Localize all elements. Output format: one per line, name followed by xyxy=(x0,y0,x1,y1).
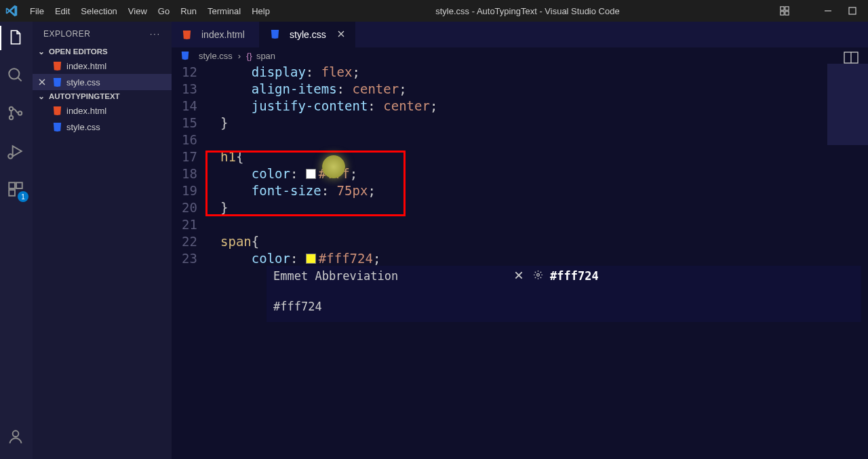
svg-point-11 xyxy=(8,154,13,159)
emmet-abbreviation-overlay: Emmet Abbreviation #fff724 #fff724 xyxy=(267,266,861,322)
menu-terminal[interactable]: Terminal xyxy=(202,6,246,16)
source-control-icon[interactable] xyxy=(7,104,26,123)
menu-edit[interactable]: Edit xyxy=(50,6,75,16)
sidebar-header: EXPLORER ··· xyxy=(33,22,172,45)
open-editor-item[interactable]: index.html xyxy=(33,58,172,74)
css-file-icon xyxy=(269,29,280,40)
code-line[interactable]: span{ xyxy=(220,233,437,250)
svg-rect-12 xyxy=(9,182,15,188)
search-icon[interactable] xyxy=(7,66,26,85)
svg-rect-2 xyxy=(781,12,784,15)
chevron-right-icon: › xyxy=(238,51,241,61)
overlay-result: #fff724 xyxy=(550,268,599,285)
breadcrumb[interactable]: style.css › {} span xyxy=(172,47,868,64)
code-line[interactable]: } xyxy=(220,199,437,216)
menu-go[interactable]: Go xyxy=(153,6,175,16)
split-editor-icon[interactable] xyxy=(844,52,859,64)
svg-rect-13 xyxy=(16,182,22,188)
file-tree-item[interactable]: style.css xyxy=(33,119,172,135)
minimap[interactable] xyxy=(827,64,868,145)
vscode-logo-icon xyxy=(5,5,18,17)
code-line[interactable]: display: flex; xyxy=(220,64,437,81)
svg-rect-1 xyxy=(785,7,789,10)
bracket-icon: {} xyxy=(246,51,252,61)
overlay-title: Emmet Abbreviation xyxy=(273,268,514,285)
menu-run[interactable]: Run xyxy=(175,6,202,16)
gear-icon[interactable] xyxy=(533,268,543,285)
html-file-icon xyxy=(52,105,62,116)
code-line[interactable]: color: #fff; xyxy=(220,165,437,182)
sidebar-title: EXPLORER xyxy=(43,29,90,39)
html-file-icon xyxy=(181,29,192,40)
svg-point-8 xyxy=(9,107,13,111)
menu-file[interactable]: File xyxy=(24,6,50,16)
layout-grid-icon[interactable] xyxy=(780,6,789,16)
explorer-icon[interactable] xyxy=(7,28,26,47)
menu-view[interactable]: View xyxy=(123,6,153,16)
code-line[interactable] xyxy=(220,216,437,233)
svg-line-7 xyxy=(18,77,21,81)
svg-point-9 xyxy=(9,116,13,119)
css-file-icon xyxy=(52,121,62,132)
svg-point-6 xyxy=(9,68,19,79)
extensions-icon[interactable]: 1 xyxy=(7,180,26,199)
chevron-down-icon: ⌄ xyxy=(38,47,47,56)
activity-bar: 1 xyxy=(0,22,33,459)
html-file-icon xyxy=(52,60,62,71)
sidebar-more-icon[interactable]: ··· xyxy=(150,29,161,39)
svg-rect-14 xyxy=(9,190,15,196)
svg-rect-3 xyxy=(785,12,789,15)
open-editor-item[interactable]: style.css xyxy=(33,74,172,90)
breadcrumb-file[interactable]: style.css xyxy=(180,50,233,61)
svg-rect-0 xyxy=(781,7,784,10)
svg-point-10 xyxy=(18,111,22,115)
css-file-icon xyxy=(180,50,191,61)
project-header[interactable]: ⌄ AUTOTYPINGTEXT xyxy=(33,90,172,102)
code-editor[interactable]: 121314151617181920212223 display: flex; … xyxy=(172,64,868,459)
open-editors-header[interactable]: ⌄ OPEN EDITORS xyxy=(33,45,172,58)
breadcrumb-symbol[interactable]: {} span xyxy=(246,51,275,61)
svg-point-15 xyxy=(13,431,19,437)
overlay-entry: #fff724 xyxy=(273,300,322,313)
svg-rect-5 xyxy=(849,7,856,14)
code-line[interactable]: font-size: 75px; xyxy=(220,182,437,199)
close-icon[interactable] xyxy=(38,78,47,86)
sidebar: EXPLORER ··· ⌄ OPEN EDITORS index.html s… xyxy=(33,22,172,459)
close-icon[interactable] xyxy=(514,268,524,285)
svg-point-18 xyxy=(537,273,540,276)
editor-area: index.html style.css style.css › {} span xyxy=(172,22,868,459)
extensions-badge: 1 xyxy=(18,191,28,202)
file-tree-item[interactable]: index.html xyxy=(33,102,172,119)
close-icon[interactable] xyxy=(337,29,345,40)
chevron-down-icon: ⌄ xyxy=(38,92,47,101)
tab-style-css[interactable]: style.css xyxy=(260,22,355,47)
run-debug-icon[interactable] xyxy=(7,142,26,161)
code-line[interactable]: h1{ xyxy=(220,148,437,165)
code-line[interactable] xyxy=(220,132,437,148)
window-title: style.css - AutoTypingText - Visual Stud… xyxy=(275,6,780,16)
css-file-icon xyxy=(52,77,62,87)
menu-help[interactable]: Help xyxy=(246,6,275,16)
account-icon[interactable] xyxy=(7,428,26,447)
tabs-row: index.html style.css xyxy=(172,22,868,47)
menu-selection[interactable]: Selection xyxy=(75,6,122,16)
title-bar: File Edit Selection View Go Run Terminal… xyxy=(0,0,868,22)
code-line[interactable]: align-items: center; xyxy=(220,81,437,98)
code-line[interactable]: } xyxy=(220,115,437,132)
code-line[interactable]: justify-content: center; xyxy=(220,98,437,115)
code-line[interactable]: color: #fff724; xyxy=(220,250,437,267)
minimize-button[interactable] xyxy=(823,6,833,16)
tab-index-html[interactable]: index.html xyxy=(172,22,260,47)
maximize-button[interactable] xyxy=(848,6,857,16)
